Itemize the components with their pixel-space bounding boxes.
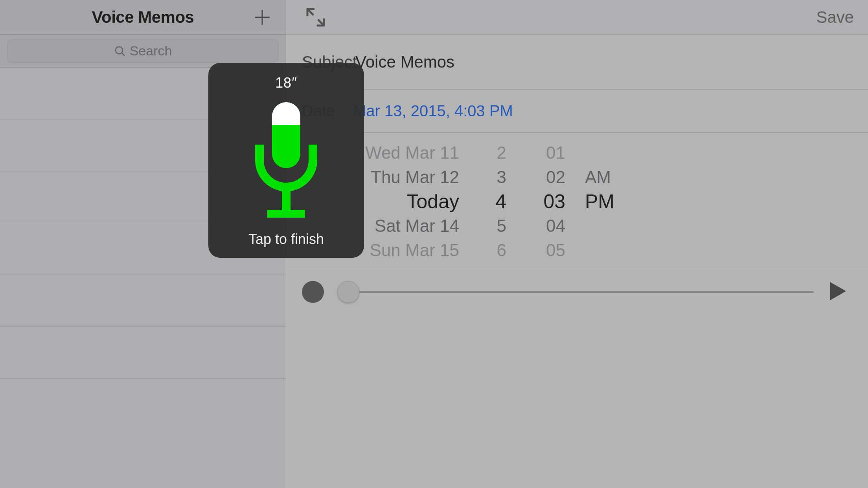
recording-hint: Tap to finish xyxy=(248,231,324,248)
dim-overlay xyxy=(0,0,868,488)
app-root: Voice Memos Search xyxy=(0,0,868,488)
svg-rect-7 xyxy=(267,210,305,218)
recording-duration: 18″ xyxy=(275,75,297,91)
mic-icon-wrap xyxy=(247,91,326,231)
svg-rect-6 xyxy=(282,187,291,210)
recording-modal[interactable]: 18″ Tap to finish xyxy=(208,63,364,258)
microphone-icon xyxy=(247,98,326,224)
